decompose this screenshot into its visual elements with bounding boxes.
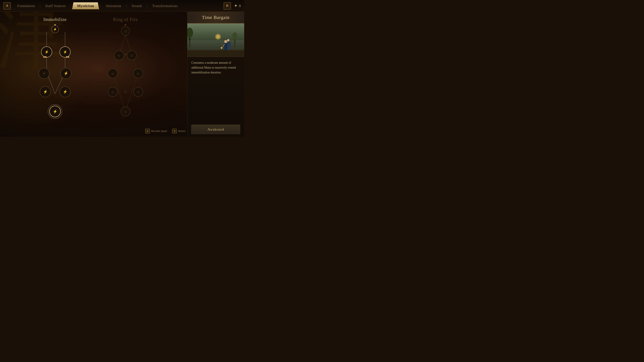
separator-3: | (100, 4, 100, 8)
skill-tree-area: Immobilize ✦ ⚡ ⚡ ⚡ (0, 12, 187, 137)
panel-footer: Awakened (187, 122, 244, 137)
panel-title: Time Bargain (191, 15, 240, 20)
tab-mysticism[interactable]: Mysticism (72, 2, 99, 9)
svg-text:◎: ◎ (130, 54, 133, 57)
svg-text:⚡: ⚡ (44, 50, 49, 54)
nav-tabs: Foundation | Staff Stances | Mysticism |… (13, 2, 224, 9)
svg-text:◎: ◎ (124, 110, 127, 113)
ring-dot (125, 24, 126, 25)
ring-of-fire-title: Ring of Fire (113, 17, 138, 22)
awakened-button[interactable]: Awakened (191, 125, 240, 134)
svg-text:◎: ◎ (111, 72, 114, 75)
separator-5: | (147, 4, 148, 8)
svg-text:⚡: ⚡ (53, 27, 57, 31)
svg-point-12 (66, 56, 68, 58)
spark-icon: ✦ (234, 3, 238, 8)
nav-left-button[interactable]: A (3, 2, 11, 9)
reclaim-key: R (145, 129, 150, 133)
panel-screenshot (187, 23, 244, 57)
reclaim-spark-action[interactable]: R Reclaim Spark (145, 129, 167, 133)
tab-alteration[interactable]: Alteration (102, 2, 125, 9)
immobilize-title: Immobilize (43, 17, 66, 22)
svg-point-37 (187, 28, 193, 38)
navbar: A Foundation | Staff Stances | Mysticism… (0, 0, 244, 12)
panel-description: Consumes a moderate amount of additional… (187, 57, 244, 122)
svg-rect-40 (187, 49, 244, 57)
return-key: ⊙ (172, 129, 177, 133)
bottom-actions: R Reclaim Spark ⊙ Return (145, 129, 186, 133)
svg-text:◎: ◎ (137, 72, 140, 75)
svg-rect-41 (187, 40, 244, 50)
svg-text:✕: ✕ (43, 71, 46, 75)
nav-right-button[interactable]: D (224, 2, 231, 9)
right-panel: Time Bargain (187, 12, 244, 137)
tab-staff-stances[interactable]: Staff Stances (41, 2, 70, 9)
svg-point-9 (43, 56, 45, 58)
svg-text:◎: ◎ (118, 54, 120, 57)
svg-point-43 (224, 40, 227, 43)
separator-1: | (40, 4, 40, 8)
ring-center-dot (124, 54, 126, 55)
svg-text:⚡: ⚡ (43, 89, 48, 94)
tab-transformations[interactable]: Transformations (148, 2, 182, 9)
return-action[interactable]: ⊙ Return (172, 129, 186, 133)
nav-right: D ✦ 0 (224, 2, 241, 9)
main-content: Immobilize ✦ ⚡ ⚡ ⚡ (0, 12, 244, 137)
svg-point-13 (68, 56, 69, 58)
svg-text:◎: ◎ (137, 90, 140, 94)
reclaim-label: Reclaim Spark (151, 130, 167, 133)
svg-text:⚡: ⚡ (53, 109, 58, 114)
tab-foundation[interactable]: Foundation (13, 2, 39, 9)
spark-count: ✦ 0 (234, 3, 241, 8)
svg-point-10 (45, 56, 46, 58)
svg-text:◎: ◎ (111, 90, 114, 94)
svg-text:◎: ◎ (124, 29, 127, 33)
skill-tree-svg: Immobilize ✦ ⚡ ⚡ ⚡ (0, 12, 176, 134)
scene-svg (187, 23, 244, 57)
ring-lower-dot (124, 91, 126, 93)
svg-point-39 (232, 32, 237, 40)
tab-strand[interactable]: Strand (128, 2, 146, 9)
panel-title-bar: Time Bargain (187, 12, 244, 23)
svg-text:⚡: ⚡ (63, 50, 67, 54)
svg-text:⚡: ⚡ (63, 89, 68, 94)
immobilize-dot (54, 24, 56, 25)
separator-4: | (126, 4, 127, 8)
return-label: Return (178, 130, 186, 133)
svg-text:⚡: ⚡ (64, 71, 68, 76)
separator-2: | (70, 4, 71, 8)
svg-text:✦: ✦ (0, 12, 1, 12)
svg-point-45 (221, 47, 222, 49)
spark-number: 0 (239, 4, 241, 8)
